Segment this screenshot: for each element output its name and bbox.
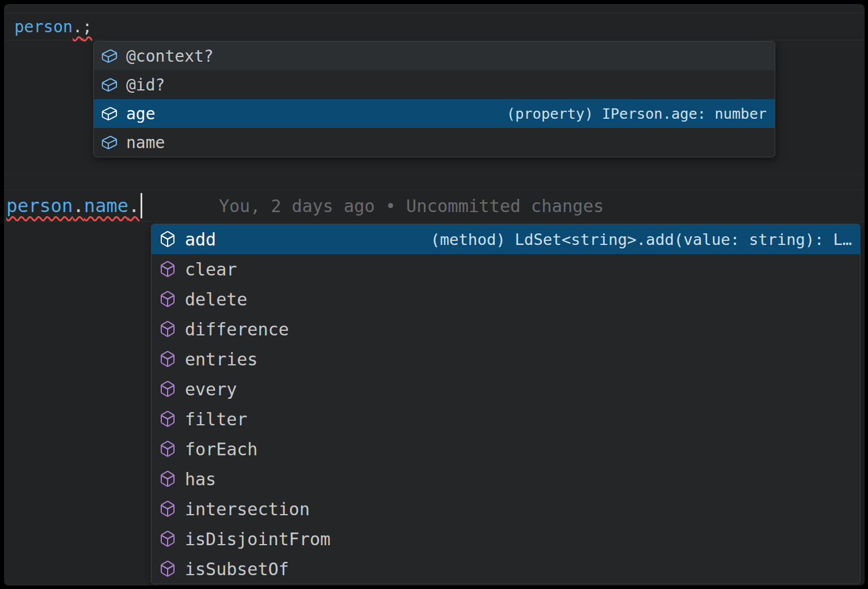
suggestion-item[interactable]: isDisjointFrom	[151, 524, 860, 554]
suggestion-label: delete	[185, 289, 247, 309]
symbol-method-icon	[158, 290, 177, 308]
symbol-method-icon	[158, 230, 177, 248]
suggestion-item[interactable]: filter	[151, 404, 860, 434]
symbol-field-icon	[101, 105, 118, 122]
symbol-field-icon	[101, 47, 118, 65]
symbol-method-icon	[158, 320, 177, 338]
suggestion-label: isDisjointFrom	[185, 529, 331, 549]
suggestion-item[interactable]: difference	[151, 314, 860, 344]
symbol-method-icon	[158, 350, 177, 368]
suggestion-label: name	[126, 133, 165, 152]
suggestion-label: entries	[185, 349, 257, 369]
suggest-widget-methods: add (method) LdSet<string>.add(value: st…	[151, 224, 861, 584]
code-token-dot: .	[73, 195, 84, 217]
suggestion-label: difference	[185, 319, 289, 339]
code-token-trailing-dot: .	[128, 195, 139, 217]
editor-surface: person.; @context? @id? age (property) I…	[4, 4, 865, 586]
suggestion-label: add	[185, 229, 216, 250]
screenshot-frame: person.; @context? @id? age (property) I…	[0, 0, 868, 589]
symbol-method-icon	[158, 560, 177, 578]
suggestion-label: every	[185, 379, 237, 399]
symbol-method-icon	[158, 410, 177, 428]
symbol-method-icon	[158, 260, 177, 278]
code-expression: person.name.	[6, 195, 139, 217]
section-divider	[4, 175, 865, 175]
suggestion-item[interactable]: isSubsetOf	[151, 554, 860, 584]
symbol-method-icon	[158, 440, 177, 458]
symbol-field-icon	[101, 76, 118, 93]
suggestion-item[interactable]: age (property) IPerson.age: number	[94, 99, 775, 128]
suggestion-label: isSubsetOf	[185, 559, 289, 579]
symbol-method-icon	[158, 380, 177, 398]
text-cursor	[141, 193, 142, 218]
suggestion-label: forEach	[185, 439, 257, 459]
git-blame-annotation: You, 2 days ago • Uncommitted changes	[219, 190, 604, 222]
suggestion-label: age	[126, 104, 156, 123]
code-token-object: person	[6, 195, 73, 217]
suggestion-label: filter	[185, 409, 247, 429]
suggestion-item[interactable]: name	[94, 128, 775, 157]
suggestion-label: has	[185, 469, 216, 489]
symbol-method-icon	[158, 530, 177, 548]
suggestion-detail: (method) LdSet<string>.add(value: string…	[414, 231, 852, 248]
suggestion-label: @id?	[126, 75, 165, 95]
suggestion-item[interactable]: clear	[151, 254, 860, 284]
symbol-method-icon	[158, 500, 177, 518]
suggestion-item[interactable]: add (method) LdSet<string>.add(value: st…	[151, 224, 860, 254]
suggestion-item[interactable]: @context?	[94, 41, 775, 70]
suggestion-detail: (property) IPerson.age: number	[489, 105, 767, 122]
code-token-property: name	[84, 195, 128, 217]
suggestion-label: clear	[185, 259, 237, 280]
suggestion-item[interactable]: forEach	[151, 434, 860, 464]
suggest-widget-properties: @context? @id? age (property) IPerson.ag…	[93, 41, 775, 157]
suggestion-item[interactable]: has	[151, 464, 860, 494]
symbol-field-icon	[101, 134, 118, 151]
code-token-variable: person	[14, 17, 73, 36]
symbol-method-icon	[158, 470, 177, 488]
suggestion-item[interactable]: every	[151, 374, 860, 404]
suggestion-label: intersection	[185, 499, 310, 519]
code-line-person[interactable]: person.;	[4, 13, 865, 40]
suggestion-item[interactable]: entries	[151, 344, 860, 374]
suggestion-label: @context?	[126, 47, 214, 66]
suggestion-item[interactable]: @id?	[94, 70, 775, 99]
suggestion-item[interactable]: delete	[151, 284, 860, 314]
code-token-semicolon: ;	[82, 17, 92, 36]
code-token-dot: .	[73, 17, 82, 36]
suggestion-item[interactable]: intersection	[151, 494, 860, 524]
